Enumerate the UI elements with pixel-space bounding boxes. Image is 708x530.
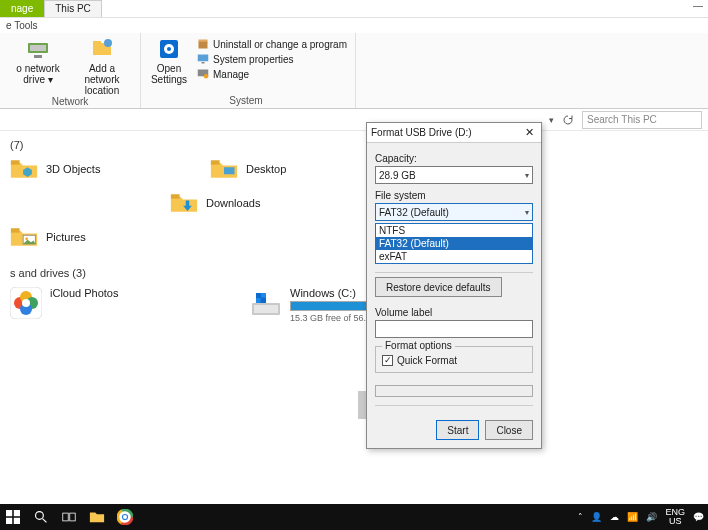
quick-format-label: Quick Format (397, 355, 457, 366)
capacity-label: Capacity: (375, 153, 533, 164)
add-network-location-button[interactable]: Add a network location (72, 37, 132, 96)
ribbon: o network drive ▾ Add a network location… (0, 33, 708, 109)
language-indicator[interactable]: ENG US (665, 508, 685, 526)
chrome-taskbar[interactable] (116, 508, 134, 526)
open-settings-button[interactable]: Open Settings (145, 37, 193, 85)
filesystem-option-fat32[interactable]: FAT32 (Default) (376, 237, 532, 250)
chevron-down-icon: ▾ (525, 171, 529, 180)
manage-button[interactable]: Manage (197, 67, 347, 81)
task-view-icon (62, 510, 76, 524)
ribbon-label: Add a network (72, 63, 132, 85)
uninstall-program-button[interactable]: Uninstall or change a program (197, 37, 347, 51)
tray-up-icon[interactable]: ˄ (578, 512, 583, 522)
chrome-icon (117, 509, 133, 525)
filesystem-label: File system (375, 190, 533, 201)
folder-label: Desktop (246, 163, 286, 175)
package-icon (197, 38, 209, 50)
drives-section-header[interactable]: s and drives (3) (10, 267, 698, 279)
svg-rect-3 (93, 41, 101, 45)
tab-this-pc[interactable]: This PC (44, 0, 102, 17)
system-properties-button[interactable]: System properties (197, 52, 347, 66)
folder-3d-objects[interactable]: 3D Objects (10, 157, 170, 181)
volume-label-label: Volume label (375, 307, 533, 318)
svg-rect-44 (70, 513, 75, 521)
tray-cloud-icon[interactable]: ☁ (610, 512, 619, 522)
drive-icloud-photos[interactable]: iCloud Photos (10, 287, 210, 323)
svg-rect-21 (11, 228, 20, 232)
svg-rect-8 (199, 41, 208, 49)
filesystem-option-exfat[interactable]: exFAT (376, 250, 532, 263)
filesystem-select[interactable]: FAT32 (Default) ▾ (375, 203, 533, 221)
svg-rect-33 (256, 293, 261, 298)
svg-rect-1 (30, 45, 46, 51)
file-explorer-taskbar[interactable] (88, 508, 106, 526)
folder-downloads[interactable]: Downloads (170, 191, 330, 215)
filesystem-dropdown: NTFS FAT32 (Default) exFAT (375, 223, 533, 264)
tray-volume-icon[interactable]: 🔊 (646, 512, 657, 522)
search-icon (34, 510, 48, 524)
folder-label: Downloads (206, 197, 260, 209)
folder-desktop[interactable]: Desktop (210, 157, 370, 181)
svg-rect-11 (202, 62, 205, 64)
folder-icon (89, 509, 105, 525)
tray-people-icon[interactable]: 👤 (591, 512, 602, 522)
lang-bottom: US (665, 517, 685, 526)
svg-point-50 (123, 515, 127, 519)
ribbon-label: Open (157, 63, 181, 74)
filesystem-value: FAT32 (Default) (379, 207, 449, 218)
windows-icon (6, 510, 20, 524)
ribbon-label: location (85, 85, 119, 96)
tray-network-icon[interactable]: 📶 (627, 512, 638, 522)
svg-point-29 (22, 299, 30, 307)
network-drive-icon (26, 37, 50, 61)
folder-label: 3D Objects (46, 163, 100, 175)
refresh-button[interactable] (560, 112, 576, 128)
ribbon-list-label: Uninstall or change a program (213, 39, 347, 50)
refresh-icon (562, 114, 574, 126)
ribbon-group-label: System (229, 95, 262, 106)
window-control[interactable]: ― (688, 0, 708, 18)
progress-bar (375, 385, 533, 397)
volume-label-input[interactable] (375, 320, 533, 338)
quick-format-checkbox[interactable]: ✓ (382, 355, 393, 366)
manage-icon (197, 68, 209, 80)
subtab-drive-tools[interactable]: e Tools (0, 18, 708, 33)
capacity-select[interactable]: 28.9 GB ▾ (375, 166, 533, 184)
folders-section-header[interactable]: (7) (10, 139, 698, 151)
icloud-icon (10, 287, 42, 319)
close-button[interactable]: ✕ (521, 125, 537, 141)
monitor-icon (197, 53, 209, 65)
drive-label: iCloud Photos (50, 287, 119, 299)
start-button[interactable] (4, 508, 22, 526)
filesystem-option-ntfs[interactable]: NTFS (376, 224, 532, 237)
svg-rect-14 (11, 160, 20, 164)
svg-rect-34 (261, 293, 266, 298)
svg-rect-40 (14, 518, 20, 524)
folder-icon (170, 191, 198, 215)
format-dialog: Format USB Drive (D:) ✕ Capacity: 28.9 G… (366, 122, 542, 449)
task-view-button[interactable] (60, 508, 78, 526)
tab-manage[interactable]: nage (0, 0, 44, 17)
start-button[interactable]: Start (436, 420, 479, 440)
svg-rect-35 (256, 298, 261, 303)
restore-defaults-button[interactable]: Restore device defaults (375, 277, 502, 297)
separator (375, 272, 533, 273)
folder-label: Pictures (46, 231, 86, 243)
map-network-drive-button[interactable]: o network drive ▾ (8, 37, 68, 85)
ribbon-list-label: System properties (213, 54, 294, 65)
folder-pictures[interactable]: Pictures (10, 225, 170, 249)
folder-icon (10, 225, 38, 249)
search-button[interactable] (32, 508, 50, 526)
close-dialog-button[interactable]: Close (485, 420, 533, 440)
settings-icon (157, 37, 181, 61)
search-input[interactable]: Search This PC (582, 111, 702, 129)
chevron-down-icon[interactable]: ▾ (549, 115, 554, 125)
svg-rect-10 (198, 55, 209, 62)
chevron-down-icon: ▾ (525, 208, 529, 217)
disk-icon (250, 287, 282, 319)
svg-rect-9 (199, 40, 208, 42)
svg-rect-2 (34, 55, 42, 58)
notifications-icon[interactable]: 💬 (693, 512, 704, 522)
ribbon-list-label: Manage (213, 69, 249, 80)
svg-point-13 (204, 74, 209, 79)
